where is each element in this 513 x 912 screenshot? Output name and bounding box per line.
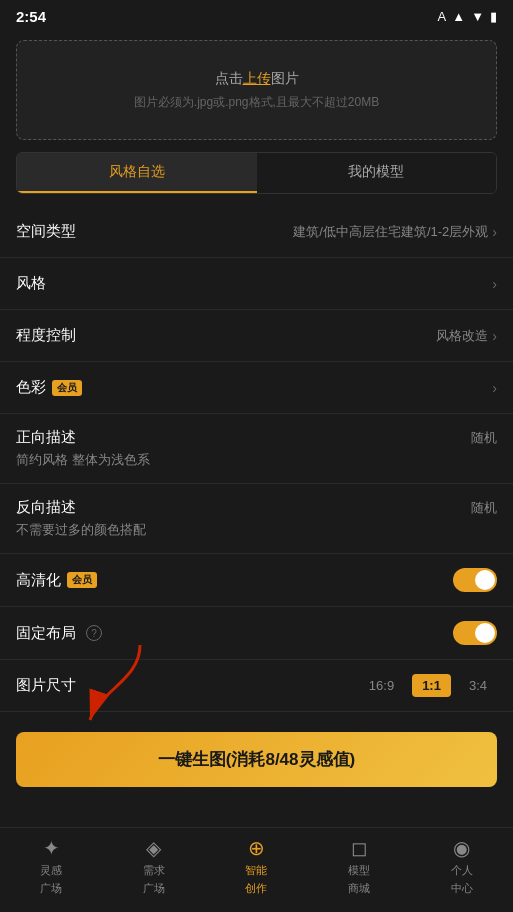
image-size-row: 图片尺寸 16:9 1:1 3:4 [0, 660, 513, 712]
demand-label2: 广场 [143, 881, 165, 896]
hd-member-badge: 会员 [67, 572, 97, 588]
smart-create-icon: ⊕ [248, 836, 265, 860]
degree-control-label: 程度控制 [16, 326, 76, 345]
color-row[interactable]: 色彩 会员 › [0, 362, 513, 414]
color-chevron: › [492, 380, 497, 396]
negative-desc-label: 反向描述 [16, 498, 76, 517]
smart-create-label2: 创作 [245, 881, 267, 896]
size-3-4[interactable]: 3:4 [459, 674, 497, 697]
nav-inspiration[interactable]: ✦ 灵感 广场 [21, 836, 81, 896]
model-store-icon: ◻ [351, 836, 368, 860]
wifi-icon: ▲ [452, 9, 465, 24]
size-1-1[interactable]: 1:1 [412, 674, 451, 697]
tab-style-choice[interactable]: 风格自选 [17, 153, 257, 193]
nav-smart-create[interactable]: ⊕ 智能 创作 [226, 836, 286, 896]
degree-control-row[interactable]: 程度控制 风格改造 › [0, 310, 513, 362]
smart-create-label: 智能 [245, 863, 267, 878]
model-store-label2: 商城 [348, 881, 370, 896]
profile-label: 个人 [451, 863, 473, 878]
positive-desc-top: 正向描述 随机 [16, 428, 497, 447]
battery-icon: ▮ [490, 9, 497, 24]
fixed-layout-toggle-knob [475, 623, 495, 643]
settings-section: 空间类型 建筑/低中高层住宅建筑/1-2层外观 › 风格 › 程度控制 风格改造… [0, 206, 513, 712]
color-label: 色彩 会员 [16, 378, 82, 397]
style-value: › [492, 276, 497, 292]
upload-title: 点击上传图片 [215, 70, 299, 88]
status-bar: 2:54 A ▲ ▼ ▮ [0, 0, 513, 32]
status-time: 2:54 [16, 8, 46, 25]
status-icons: A ▲ ▼ ▮ [438, 9, 497, 24]
positive-desc-text: 简约风格 整体为浅色系 [16, 451, 150, 469]
color-member-badge: 会员 [52, 380, 82, 396]
demand-label: 需求 [143, 863, 165, 878]
degree-control-value: 风格改造 › [436, 327, 497, 345]
positive-desc-random[interactable]: 随机 [471, 429, 497, 447]
nav-profile[interactable]: ◉ 个人 中心 [432, 836, 492, 896]
negative-desc-random[interactable]: 随机 [471, 499, 497, 517]
fixed-layout-help-icon[interactable]: ? [86, 625, 102, 641]
fixed-layout-row[interactable]: 固定布局 ? [0, 607, 513, 660]
inspiration-label: 灵感 [40, 863, 62, 878]
fixed-layout-label: 固定布局 ? [16, 624, 102, 643]
bottom-nav: ✦ 灵感 广场 ◈ 需求 广场 ⊕ 智能 创作 ◻ 模型 商城 ◉ 个人 中心 [0, 827, 513, 912]
profile-icon: ◉ [453, 836, 470, 860]
space-type-chevron: › [492, 224, 497, 240]
size-16-9[interactable]: 16:9 [359, 674, 404, 697]
generate-button-label: 一键生图(消耗8/48灵感值) [158, 750, 355, 769]
negative-desc-top: 反向描述 随机 [16, 498, 497, 517]
generate-button[interactable]: 一键生图(消耗8/48灵感值) [16, 732, 497, 787]
style-chevron: › [492, 276, 497, 292]
positive-desc-row[interactable]: 正向描述 随机 简约风格 整体为浅色系 [0, 414, 513, 484]
negative-desc-text: 不需要过多的颜色搭配 [16, 521, 146, 539]
hd-toggle-knob [475, 570, 495, 590]
hd-row[interactable]: 高清化 会员 [0, 554, 513, 607]
profile-label2: 中心 [451, 881, 473, 896]
positive-desc-label: 正向描述 [16, 428, 76, 447]
style-label: 风格 [16, 274, 46, 293]
demand-icon: ◈ [146, 836, 161, 860]
alert-icon: A [438, 9, 447, 24]
inspiration-label2: 广场 [40, 881, 62, 896]
negative-desc-row[interactable]: 反向描述 随机 不需要过多的颜色搭配 [0, 484, 513, 554]
degree-control-chevron: › [492, 328, 497, 344]
space-type-label: 空间类型 [16, 222, 76, 241]
nav-model-store[interactable]: ◻ 模型 商城 [329, 836, 389, 896]
signal-icon: ▼ [471, 9, 484, 24]
model-store-label: 模型 [348, 863, 370, 878]
size-options: 16:9 1:1 3:4 [359, 674, 497, 697]
upload-action[interactable]: 上传 [243, 70, 271, 86]
hd-toggle[interactable] [453, 568, 497, 592]
inspiration-icon: ✦ [43, 836, 60, 860]
tab-my-model[interactable]: 我的模型 [257, 153, 497, 193]
nav-demand[interactable]: ◈ 需求 广场 [124, 836, 184, 896]
hd-label: 高清化 会员 [16, 571, 97, 590]
fixed-layout-toggle[interactable] [453, 621, 497, 645]
upload-description: 图片必须为.jpg或.png格式,且最大不超过20MB [134, 94, 379, 111]
image-size-label: 图片尺寸 [16, 676, 76, 695]
space-type-value: 建筑/低中高层住宅建筑/1-2层外观 › [293, 223, 497, 241]
color-value: › [492, 380, 497, 396]
style-row[interactable]: 风格 › [0, 258, 513, 310]
space-type-row[interactable]: 空间类型 建筑/低中高层住宅建筑/1-2层外观 › [0, 206, 513, 258]
style-tabs: 风格自选 我的模型 [16, 152, 497, 194]
upload-area[interactable]: 点击上传图片 图片必须为.jpg或.png格式,且最大不超过20MB [16, 40, 497, 140]
